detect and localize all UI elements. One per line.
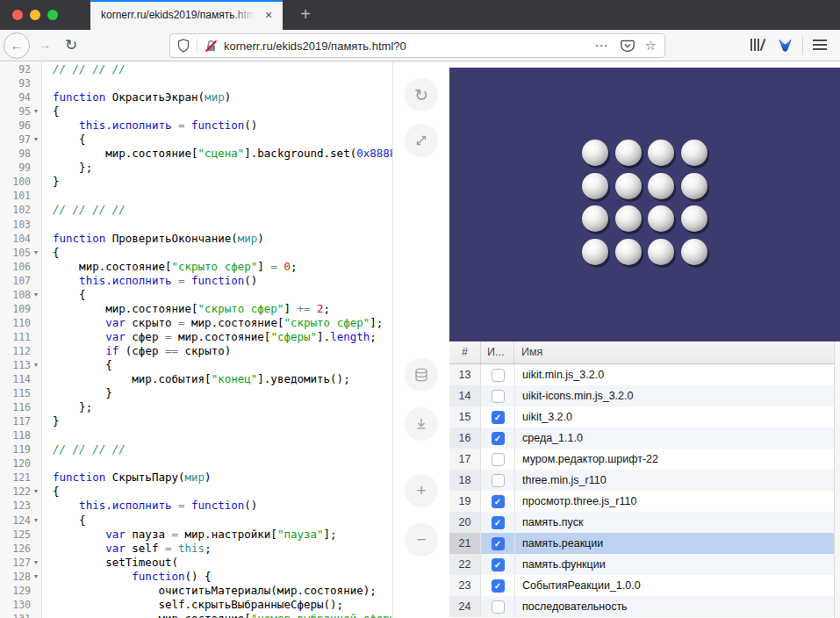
code-line[interactable]: 122▾{ — [0, 485, 392, 499]
tab-close-icon[interactable]: × — [261, 0, 276, 30]
sphere[interactable] — [681, 205, 707, 232]
code-line[interactable]: 106 мир.состояние["скрыто сфер"] = 0; — [0, 260, 392, 274]
fold-arrow-icon[interactable]: ▾ — [31, 556, 41, 570]
code-line[interactable]: 101 — [0, 189, 392, 203]
code-line[interactable]: 113▾ { — [0, 358, 392, 372]
row-checkbox[interactable] — [492, 390, 505, 403]
code-line[interactable]: 126 var self = this; — [0, 542, 392, 556]
row-name[interactable]: память.функции — [515, 554, 840, 575]
close-window-button[interactable] — [12, 10, 23, 20]
table-row[interactable]: 15✓uikit_3.2.0 — [449, 406, 840, 428]
sphere[interactable] — [648, 140, 674, 166]
table-row[interactable]: 20✓память.пуск — [449, 512, 840, 533]
code-line[interactable]: 127▾ setTimeout( — [0, 556, 392, 570]
code-line[interactable]: 118 — [0, 428, 392, 442]
fold-arrow-icon[interactable]: ▾ — [31, 104, 41, 119]
sphere[interactable] — [582, 205, 608, 232]
back-button[interactable]: ← — [4, 32, 30, 59]
code-line[interactable]: 117} — [0, 414, 392, 428]
sphere[interactable] — [648, 173, 674, 199]
row-checkbox[interactable]: ✓ — [492, 537, 505, 550]
library-icon[interactable] — [750, 39, 768, 52]
code-line[interactable]: 100} — [0, 175, 392, 189]
pocket-icon[interactable] — [621, 40, 635, 53]
table-row[interactable]: 17муром.редактор.шрифт-22 — [449, 449, 840, 470]
row-checkbox[interactable]: ✓ — [492, 579, 505, 593]
code-line[interactable]: 125 var пауза = мир.настройки["пауза"]; — [0, 528, 392, 542]
tracking-protection-shield-icon[interactable] — [177, 39, 190, 53]
code-line[interactable]: 107 this.исполнить = function() — [0, 274, 392, 288]
row-name[interactable]: СобытияРеакции_1.0.0 — [515, 575, 840, 596]
sphere[interactable] — [681, 173, 707, 199]
row-name[interactable]: муром.редактор.шрифт-22 — [515, 449, 840, 470]
code-line[interactable]: 98 мир.состояние["сцена"].background.set… — [0, 147, 392, 161]
code-line[interactable]: 94function ОкраситьЭкран(мир) — [0, 90, 392, 104]
code-line[interactable]: 96 this.исполнить = function() — [0, 119, 392, 133]
row-name[interactable]: uikit.min.js_3.2.0 — [515, 364, 840, 385]
row-name[interactable]: среда_1.1.0 — [515, 428, 840, 449]
sphere[interactable] — [582, 173, 608, 199]
fold-arrow-icon[interactable]: ▾ — [31, 358, 41, 372]
row-name[interactable]: uikit-icons.min.js_3.2.0 — [515, 385, 840, 406]
code-line[interactable]: 116 }; — [0, 400, 392, 414]
zoom-in-button[interactable]: + — [405, 474, 438, 507]
table-row[interactable]: 16✓среда_1.1.0 — [449, 428, 840, 449]
code-line[interactable]: 102// // // // — [0, 203, 392, 217]
code-line[interactable]: 129 очиститьМатериалы(мир.состояние); — [0, 584, 392, 598]
code-line[interactable]: 93 — [0, 76, 392, 90]
code-line[interactable]: 103 — [0, 218, 392, 232]
bookmark-star-icon[interactable]: ☆ — [645, 38, 657, 54]
fold-arrow-icon[interactable]: ▾ — [31, 133, 41, 147]
table-row[interactable]: 14uikit-icons.min.js_3.2.0 — [449, 385, 840, 406]
reload-button[interactable]: ↻ — [60, 30, 83, 61]
sphere[interactable] — [648, 205, 674, 232]
refresh-button[interactable]: ↻ — [405, 78, 438, 111]
download-button[interactable] — [405, 407, 438, 441]
fold-arrow-icon[interactable]: ▾ — [31, 570, 41, 584]
sphere[interactable] — [681, 140, 707, 166]
page-actions-icon[interactable]: ⋯ — [595, 38, 609, 54]
fold-arrow-icon[interactable]: ▾ — [31, 514, 41, 528]
code-line[interactable]: 130 self.скрытьВыбранныеСферы(); — [0, 598, 392, 612]
row-name[interactable]: память.реакции — [515, 533, 840, 554]
code-line[interactable]: 128▾ function() { — [0, 570, 392, 584]
url-bar[interactable]: kornerr.ru/ekids2019/память.html?0 ⋯ ☆ — [169, 33, 665, 58]
zoom-out-button[interactable]: − — [405, 523, 438, 557]
table-row[interactable]: 24последовательность — [449, 596, 840, 617]
code-line[interactable]: 97▾ { — [0, 133, 392, 147]
table-row[interactable]: 13uikit.min.js_3.2.0 — [449, 364, 840, 385]
code-line[interactable]: 114 мир.события["конец"].уведомить(); — [0, 372, 392, 386]
row-checkbox[interactable]: ✓ — [492, 558, 505, 571]
url-text[interactable]: kornerr.ru/ekids2019/память.html?0 — [224, 40, 406, 53]
table-row[interactable]: 21✓память.реакции — [449, 533, 840, 554]
row-checkbox[interactable] — [492, 453, 505, 466]
code-line[interactable]: 95▾{ — [0, 104, 392, 119]
table-row[interactable]: 18three.min.js_r110 — [449, 470, 840, 491]
zoom-window-button[interactable] — [47, 10, 58, 20]
row-checkbox[interactable]: ✓ — [492, 411, 505, 424]
sphere[interactable] — [615, 173, 642, 199]
table-row[interactable]: 23✓СобытияРеакции_1.0.0 — [449, 575, 840, 596]
table-scrollbar[interactable] — [834, 341, 840, 618]
fold-arrow-icon[interactable]: ▾ — [31, 246, 41, 260]
code-line[interactable]: 121function СкрытьПару(мир) — [0, 471, 392, 485]
code-line[interactable]: 104function ПроверитьОкончание(мир) — [0, 232, 392, 246]
code-line[interactable]: 111 var сфер = мир.состояние["сферы"].le… — [0, 330, 392, 344]
code-line[interactable]: 92// // // // — [0, 62, 392, 76]
row-checkbox[interactable] — [492, 474, 505, 487]
new-tab-button[interactable]: + — [295, 0, 316, 30]
expand-button[interactable] — [405, 124, 438, 157]
row-checkbox[interactable]: ✓ — [492, 432, 505, 445]
code-line[interactable]: 112 if (сфер == скрыто) — [0, 344, 392, 358]
code-line[interactable]: 115 } — [0, 386, 392, 400]
row-checkbox[interactable]: ✓ — [492, 516, 505, 529]
sphere[interactable] — [615, 140, 642, 166]
insecure-lock-icon[interactable] — [205, 40, 218, 53]
code-line[interactable]: 131 мир.состояние["номер выбранной сферы… — [0, 612, 392, 618]
table-row[interactable]: 19✓просмотр.three.js_r110 — [449, 491, 840, 512]
hamburger-menu-icon[interactable] — [813, 40, 827, 50]
viewport-canvas[interactable] — [449, 68, 840, 341]
table-row[interactable]: 22✓память.функции — [449, 554, 840, 575]
sphere[interactable] — [582, 239, 608, 265]
fold-arrow-icon[interactable]: ▾ — [31, 288, 41, 302]
